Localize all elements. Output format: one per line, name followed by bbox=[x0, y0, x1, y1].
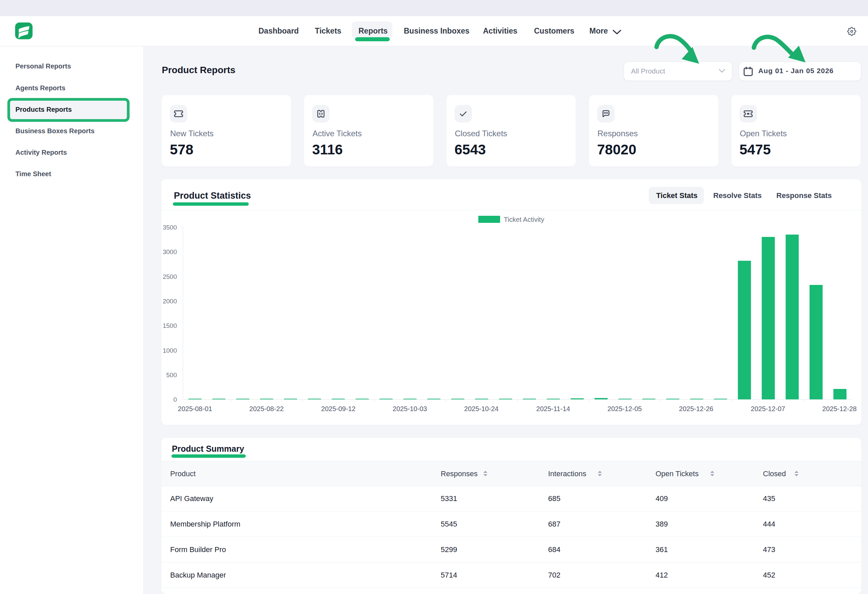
svg-text:2025-12-07: 2025-12-07 bbox=[751, 405, 785, 413]
svg-text:2025-12-26: 2025-12-26 bbox=[679, 405, 713, 413]
svg-text:1000: 1000 bbox=[163, 347, 177, 354]
svg-text:Ticket Activity: Ticket Activity bbox=[504, 216, 544, 223]
svg-text:2500: 2500 bbox=[163, 273, 177, 280]
svg-text:500: 500 bbox=[166, 371, 177, 379]
svg-text:2025-10-24: 2025-10-24 bbox=[464, 405, 499, 413]
svg-text:1500: 1500 bbox=[163, 322, 177, 329]
svg-text:2025-11-14: 2025-11-14 bbox=[536, 405, 570, 413]
svg-text:2025-08-22: 2025-08-22 bbox=[249, 405, 283, 413]
svg-text:2025-09-12: 2025-09-12 bbox=[321, 405, 356, 413]
svg-text:2025-08-01: 2025-08-01 bbox=[178, 405, 212, 413]
svg-text:2025-10-03: 2025-10-03 bbox=[393, 405, 427, 413]
svg-text:2000: 2000 bbox=[163, 298, 177, 305]
svg-text:3500: 3500 bbox=[163, 224, 177, 231]
svg-text:0: 0 bbox=[173, 396, 177, 403]
svg-text:2025-12-05: 2025-12-05 bbox=[608, 405, 642, 413]
svg-text:3000: 3000 bbox=[163, 248, 177, 255]
svg-text:2025-12-28: 2025-12-28 bbox=[822, 405, 856, 413]
